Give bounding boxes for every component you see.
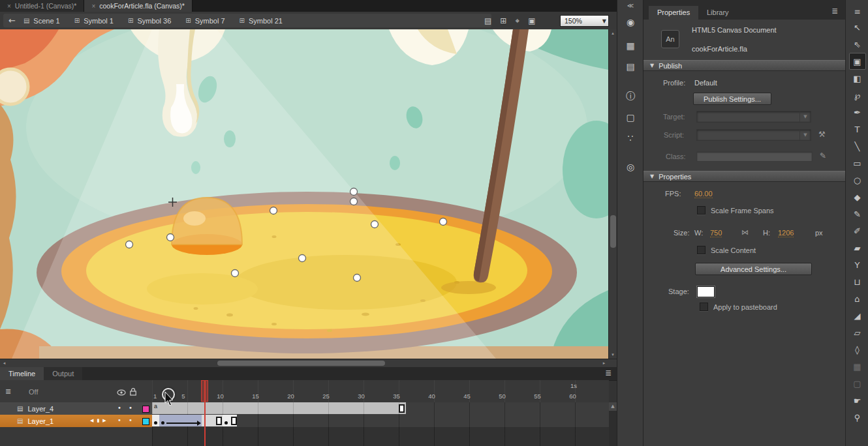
show-hide-all-layers-icon[interactable] (117, 389, 126, 397)
layer-outline-swatch[interactable] (142, 406, 149, 413)
zoom-tool[interactable]: ⚲ (849, 409, 866, 426)
hand-tool[interactable]: ☛ (849, 392, 866, 409)
apply-to-pasteboard-checkbox[interactable] (700, 303, 708, 311)
advanced-settings-button[interactable]: Advanced Settings... (695, 263, 812, 275)
edit-scene-button[interactable]: ▤ (484, 16, 491, 25)
layer4-frames[interactable]: a (152, 402, 609, 415)
scale-content-checkbox[interactable] (697, 246, 705, 254)
gradient-transform-tool[interactable]: ◧ (849, 70, 866, 87)
clip-bounds-button[interactable]: ▣ (528, 16, 535, 25)
tab-library[interactable]: Library (698, 6, 737, 20)
layer-visibility-dot[interactable]: • (117, 417, 121, 424)
rectangle-tool[interactable]: ▭ (849, 155, 866, 171)
align-panel-icon[interactable]: ▤ (623, 59, 638, 74)
width-value[interactable]: 750 (710, 229, 722, 237)
timeline-scrollbar[interactable]: ▲ (609, 402, 617, 446)
publish-section-header[interactable]: ▼ Publish (643, 60, 846, 71)
eyedropper-tool[interactable]: ◢ (849, 307, 866, 324)
swatches-panel-icon[interactable]: ▦ (623, 38, 638, 53)
layer-row-layer1[interactable]: ▤ Layer_1 ◀ ▮ ▶ • • (0, 415, 617, 427)
motion-presets-panel-icon[interactable]: ◎ (623, 159, 638, 175)
lock-all-layers-icon[interactable] (130, 388, 136, 397)
panel-menu-icon[interactable]: ≣ (831, 7, 838, 16)
brush-tool[interactable]: ✐ (849, 222, 866, 239)
stage-horizontal-scrollbar[interactable]: ◂ ▸ (0, 359, 617, 368)
properties-section-header[interactable]: ▼ Properties (643, 171, 846, 182)
edit-symbols-button[interactable]: ⊞ (500, 16, 506, 25)
height-value[interactable]: 1206 (778, 229, 794, 237)
pen-tool[interactable]: ✒ (849, 104, 866, 121)
breadcrumb-symbol-21[interactable]: ⊞ Symbol 21 (240, 17, 283, 25)
subselection-tool[interactable]: ⇖ (849, 36, 866, 53)
paintbrush-tool[interactable]: ▰ (849, 239, 866, 256)
doc-tab-untitled[interactable]: × Untitled-1 (Canvas)* (0, 0, 84, 12)
layer1-frames[interactable] (152, 415, 609, 428)
pencil-tool[interactable]: ✎ (849, 205, 866, 222)
timeline-menu-icon[interactable]: ≣ (605, 368, 612, 378)
breadcrumb-symbol-7[interactable]: ⊞ Symbol 7 (185, 17, 225, 25)
width-tool[interactable]: ◊ (849, 341, 866, 358)
layer-outline-swatch[interactable] (142, 418, 149, 425)
publish-settings-button[interactable]: Publish Settings... (693, 93, 771, 105)
tab-timeline[interactable]: Timeline (0, 367, 44, 380)
layer-playback-controls[interactable]: ◀ ▮ ▶ (90, 418, 106, 423)
back-button[interactable]: ← (8, 16, 16, 25)
scroll-left-icon[interactable]: ◂ (0, 359, 8, 367)
onion-skin-status[interactable]: Off (29, 388, 38, 396)
link-width-height-icon[interactable]: ⋈ (741, 228, 749, 237)
next-keyframe-icon[interactable]: ▶ (102, 418, 106, 423)
polystar-tool[interactable]: ◆ (849, 188, 866, 205)
stage-vertical-scrollbar[interactable]: ▴ ▾ (608, 29, 617, 359)
lasso-tool[interactable]: ℘ (849, 87, 866, 104)
keyframe-span[interactable] (223, 415, 237, 426)
tab-properties[interactable]: Properties (649, 6, 698, 20)
layer-lock-dot[interactable]: • (129, 417, 132, 424)
collapse-dock-icon[interactable]: ≪ (627, 2, 634, 9)
scroll-up-icon[interactable]: ▲ (609, 402, 617, 411)
timeline-options-icon[interactable]: ≣ (5, 387, 11, 396)
frame-ruler[interactable]: 1s 151015202530354045505560 (152, 380, 609, 403)
breadcrumb-symbol-36[interactable]: ⊞ Symbol 36 (128, 17, 171, 25)
playhead-line[interactable] (204, 380, 206, 446)
close-icon[interactable]: × (91, 3, 95, 10)
motion-tween-span[interactable] (159, 415, 202, 426)
layer-row-layer4[interactable]: ▤ Layer_4 • • a (0, 402, 617, 415)
info-panel-icon[interactable]: ⓘ (623, 89, 638, 104)
line-tool[interactable]: ╲ (849, 138, 866, 155)
timeline-frames-empty[interactable] (152, 427, 609, 446)
stage-color-swatch[interactable] (697, 286, 715, 297)
layer-name-cell[interactable]: ▤ Layer_4 • • (0, 402, 153, 415)
close-icon[interactable]: × (7, 3, 11, 10)
scroll-up-icon[interactable]: ▴ (609, 29, 617, 37)
breadcrumb-scene[interactable]: ▤ Scene 1 (23, 17, 60, 25)
vertical-scroll-thumb[interactable] (610, 215, 616, 248)
prev-keyframe-icon[interactable]: ◀ (90, 418, 93, 423)
bone-tool[interactable]: Y (849, 256, 866, 273)
eraser-tool[interactable]: ▱ (849, 324, 866, 341)
center-frame-button[interactable]: ⌖ (515, 16, 519, 25)
keyframe-cell[interactable] (152, 415, 159, 426)
paint-bucket-tool[interactable]: ⊔ (849, 273, 866, 290)
doc-tab-cookforarticle[interactable]: × cookForArticle.fla (Canvas)* (84, 0, 193, 12)
tab-output[interactable]: Output (44, 367, 82, 380)
scroll-right-icon[interactable]: ▸ (600, 359, 608, 367)
text-tool[interactable]: T (849, 121, 866, 138)
layer-name-cell[interactable]: ▤ Layer_1 ◀ ▮ ▶ • • (0, 415, 153, 428)
zoom-select[interactable]: 150% ▼ (560, 15, 609, 27)
layer-visibility-dot[interactable]: • (117, 404, 121, 411)
free-transform-tool[interactable]: ▣ (849, 53, 866, 70)
stage-viewport[interactable] (0, 29, 608, 359)
ink-bottle-tool[interactable]: ⌂ (849, 290, 866, 307)
history-panel-icon[interactable]: ∵ (623, 130, 638, 146)
scroll-down-icon[interactable]: ▾ (609, 351, 617, 359)
stage-artwork[interactable] (0, 29, 608, 359)
selection-tool[interactable]: ↖ (849, 19, 866, 36)
scale-frame-spans-checkbox[interactable] (697, 206, 705, 215)
layer-lock-dot[interactable]: • (129, 404, 132, 411)
fps-value[interactable]: 60.00 (694, 190, 713, 198)
color-panel-icon[interactable]: ◉ (623, 14, 638, 30)
breadcrumb-symbol-1[interactable]: ⊞ Symbol 1 (74, 17, 114, 25)
transform-panel-icon[interactable]: ▢ (623, 110, 638, 125)
tools-menu-icon[interactable]: ≡ (854, 7, 860, 16)
horizontal-scroll-thumb[interactable] (217, 361, 385, 366)
